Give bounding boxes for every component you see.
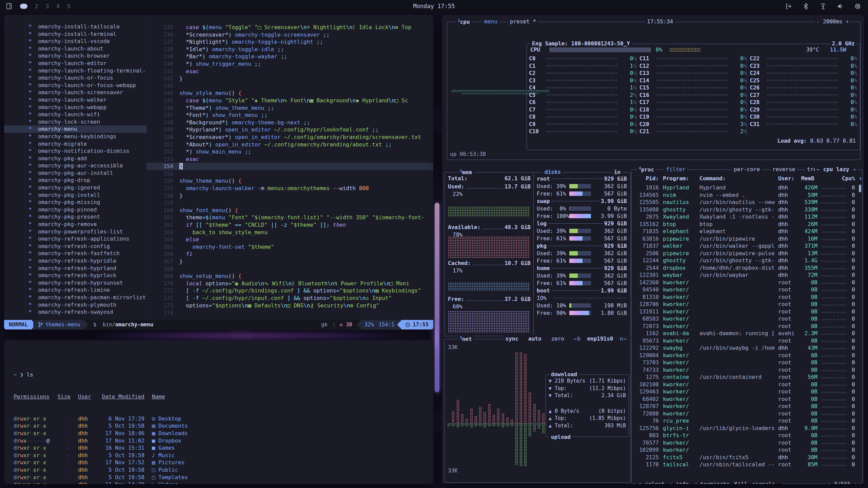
code-line[interactable]: 135 case $(menu "Toggle" "□ Screensaver\… xyxy=(147,24,433,31)
process-row[interactable]: 803 btrfs-tr root 0B 0.0 xyxy=(634,432,855,439)
process-row[interactable]: 2544 dropbox /home/dhh/.dropbox-dist dhh… xyxy=(634,264,855,272)
process-row[interactable]: 76577 kworker/ root 0B 0.0 xyxy=(634,439,855,447)
process-row[interactable]: 128706 kworker/ root 0B 0.0 xyxy=(634,301,855,308)
process-row[interactable]: 72088 kworker/ root 0B 0.0 xyxy=(634,410,855,418)
code-line[interactable]: 155 xyxy=(147,170,433,178)
code-line[interactable]: 173 options="$options\n▣ Defaults\n◫ DNS… xyxy=(147,302,433,309)
file-list-item[interactable]: *omarchy-lock-screen xyxy=(4,118,146,126)
process-row[interactable]: 81310 kworker/ root 0B 0.0 xyxy=(634,293,855,301)
code-line[interactable]: 156show_theme_menu() { xyxy=(147,177,433,185)
process-row[interactable]: 63816 pipewire /usr/bin/pipewire dhh 16M… xyxy=(634,235,855,243)
file-list-item[interactable]: *omarchy-pkg-ignored xyxy=(4,184,146,191)
code-line[interactable]: 174 xyxy=(147,309,433,317)
proc-scrollbar[interactable] xyxy=(859,185,861,468)
terminal-window[interactable]: ~ ❯ ls Permissions Size User Date Modifi… xyxy=(4,340,433,484)
process-row[interactable]: 76 rcu_pree root 0B 0.0 xyxy=(634,417,855,425)
process-row[interactable]: 1162 avahi-da avahi-daemon: running [ av… xyxy=(634,330,855,337)
file-list-item[interactable]: *omarchy-launch-editor xyxy=(4,60,146,67)
code-line[interactable]: 165 omarchy-font-set "$theme" xyxy=(147,243,433,251)
code-line[interactable]: 160show_font_menu() { xyxy=(147,207,433,214)
file-list-item[interactable]: *omarchy-launch-browser xyxy=(4,52,146,60)
code-line[interactable]: 166 fi xyxy=(147,250,433,258)
code-line[interactable]: 147 *Font*) show_font_menu ;; xyxy=(147,111,433,119)
file-list-item[interactable]: *omarchy-launch-screensaver xyxy=(4,89,146,96)
code-line[interactable]: 163 back_to show_style_menu xyxy=(147,229,433,236)
file-list-item[interactable]: *omarchy-launch-or-focus xyxy=(4,74,146,82)
process-row[interactable]: 2125 fcitx5 /usr/bin/fcitx5 dhh 30M 0.0 xyxy=(634,454,855,461)
file-list-item[interactable]: *omarchy-launch-wifi xyxy=(4,111,146,118)
process-row[interactable]: 74733 kworker/ root 0B 0.0 xyxy=(634,366,855,374)
code-line[interactable]: 159 xyxy=(147,199,433,207)
process-row[interactable]: 122301 waybar /usr/bin/waybar dhh 72M 0.… xyxy=(634,271,855,279)
code-line[interactable]: 168 xyxy=(147,265,433,273)
code-line[interactable]: 172 [ -f ~/.config/hypr/input.conf ] && … xyxy=(147,294,433,302)
net-prev-iface[interactable]: ←b xyxy=(574,336,580,342)
file-list-item[interactable]: *omarchy-pkg-add xyxy=(4,155,146,162)
code-pane[interactable]: 135 case $(menu "Toggle" "□ Screensaver\… xyxy=(147,15,433,320)
process-row[interactable]: 1916 Hyprland Hyprland dhh 426M 0.1 xyxy=(634,184,855,191)
net-next-iface[interactable]: n→ xyxy=(620,336,626,342)
code-line[interactable]: 170 local options="◉ Audio\n∿ Wifi\nᛒ Bl… xyxy=(147,280,433,287)
net-tab-zero[interactable]: zero xyxy=(551,336,564,342)
proc-sort-selector[interactable]: ← cpu lazy → xyxy=(815,166,857,172)
code-line[interactable]: 146 *Theme*) show_theme_menu ;; xyxy=(147,104,433,112)
file-list-item[interactable]: *omarchy-launch-walker xyxy=(4,96,146,104)
file-list-item[interactable]: *omarchy-migrate xyxy=(4,140,146,148)
file-list-item[interactable]: *omarchy-refresh-swayosd xyxy=(4,308,146,316)
code-line[interactable]: 144show_style_menu() { xyxy=(147,89,433,97)
code-line[interactable]: 154} xyxy=(147,163,433,170)
file-list-item[interactable]: *omarchy-install-tailscale xyxy=(4,23,146,30)
net-tab-auto[interactable]: auto xyxy=(528,336,541,342)
file-list-item[interactable]: *omarchy-pkg-aur-install xyxy=(4,169,146,177)
file-list-item[interactable]: *omarchy-refresh-applications xyxy=(4,235,146,243)
code-line[interactable]: 157 omarchy-launch-walker -m menus:omarc… xyxy=(147,185,433,192)
process-row[interactable]: 12244 ghostty /usr/bin/ghostty --gtk- dh… xyxy=(634,257,855,264)
menu-button[interactable]: menu xyxy=(482,18,499,25)
process-row[interactable]: 125756 glycin-i /usr/lib/glycin-loaders … xyxy=(634,425,855,432)
process-row[interactable]: 142360 kworker/ root 0B 0.0 xyxy=(634,279,855,286)
code-line[interactable]: 148 *Background*) omarchy-theme-bg-next … xyxy=(147,119,433,126)
file-list-item[interactable]: *omarchy-refresh-plymouth xyxy=(4,301,146,309)
file-list-item[interactable]: *omarchy-pkg-install xyxy=(4,191,146,199)
process-row[interactable]: 128707 kworker/ root 0B 0.0 xyxy=(634,403,855,410)
code-line[interactable]: 162 if [[ "$theme" == "CNCLD" || -z "$th… xyxy=(147,221,433,229)
proc-filter-button[interactable]: filter xyxy=(664,166,687,172)
code-line[interactable]: 138 *Idle*) omarchy-toggle-idle ;; xyxy=(147,46,433,53)
process-row[interactable]: 129004 kworker/ root 0B 0.0 xyxy=(634,352,855,359)
process-row[interactable]: 2506 pipewire /usr/bin/pipewire-pulse dh… xyxy=(634,250,855,257)
process-row[interactable]: 122292 swaybg /usr/bin/swaybg -i /hom dh… xyxy=(634,344,855,352)
process-row[interactable]: 102099 kworker/ root 0B 0.0 xyxy=(634,446,855,454)
code-line[interactable]: 139 *Bar*) omarchy-toggle-waybar ;; xyxy=(147,53,433,60)
file-list-item[interactable]: *omarchy-refresh-limine xyxy=(4,286,146,294)
file-list-item[interactable]: *omarchy-notification-dismiss xyxy=(4,147,146,155)
proc-reverse-button[interactable]: reverse xyxy=(771,166,797,172)
file-list-item[interactable]: *omarchy-refresh-hyprsunset xyxy=(4,279,146,287)
process-row[interactable]: 72073 kworker/ root 0B 0.0 xyxy=(634,323,855,330)
code-line[interactable]: 143 xyxy=(147,82,433,90)
file-list-item[interactable]: *omarchy-refresh-pacman-mirrorlist xyxy=(4,294,146,301)
process-row[interactable]: 68583 kworker/ root 0B 0.0 xyxy=(634,315,855,323)
code-line[interactable]: 161 theme=$(menu "Font" "$(omarchy-font-… xyxy=(147,214,433,221)
code-line[interactable]: 141 esac xyxy=(147,68,433,75)
file-list-item[interactable]: *omarchy-menu-keybindings xyxy=(4,133,146,140)
file-list-item[interactable]: *omarchy-refresh-hyprlock xyxy=(4,272,146,279)
process-row[interactable]: 71837 walker /usr/bin/walker --gappl dhh… xyxy=(634,242,855,250)
code-line[interactable]: 153 esac xyxy=(147,156,433,163)
process-row[interactable]: 68402 kworker/ root 0B 0.0 xyxy=(634,395,855,403)
file-list-pane[interactable]: *omarchy-install-tailscale*omarchy-insta… xyxy=(4,15,146,320)
file-list-item[interactable]: *omarchy-pkg-present xyxy=(4,213,146,221)
file-list-item[interactable]: *omarchy-install-vscode xyxy=(4,38,146,45)
code-line[interactable]: 145 case $(menu "Style" "◈ Theme\n✎ Font… xyxy=(147,97,433,104)
net-box-title[interactable]: 3net xyxy=(458,336,474,342)
file-list-item[interactable]: *omarchy-pkg-aur-accessible xyxy=(4,162,146,169)
code-line[interactable]: 164 else xyxy=(147,236,433,243)
code-line[interactable]: 169show_setup_menu() { xyxy=(147,272,433,280)
process-row[interactable]: 129463 kworker/ root 0B 0.0 xyxy=(634,388,855,395)
file-list-item[interactable]: *omarchy-refresh-hyprland xyxy=(4,265,146,272)
process-row[interactable]: 131911 kworker/ root 0B 0.0 xyxy=(634,308,855,316)
file-list-item[interactable]: *omarchy-pkg-drop xyxy=(4,177,146,184)
file-list-item[interactable]: *omarchy-refresh-hypridle xyxy=(4,257,146,265)
mem-box-title[interactable]: 2mem xyxy=(458,169,474,176)
file-list-item[interactable]: *omarchy-pkg-remove xyxy=(4,221,146,228)
preset-button[interactable]: preset * xyxy=(508,18,538,25)
